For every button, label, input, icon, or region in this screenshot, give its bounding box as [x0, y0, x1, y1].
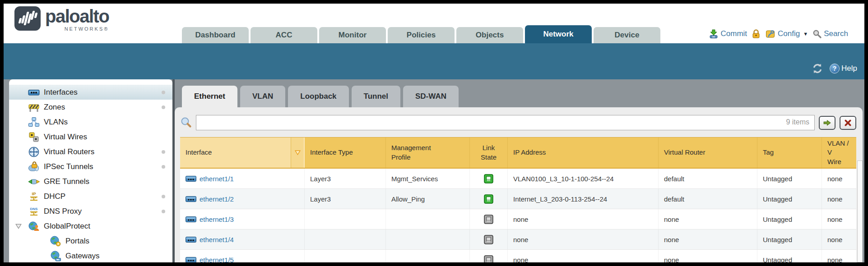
- cell-ip-address: VLAN0100_L3_10-1-100-254--24: [508, 169, 659, 188]
- interface-link[interactable]: ethernet1/4: [200, 236, 234, 243]
- search-button[interactable]: Search: [812, 29, 848, 38]
- link-state-down-icon: [484, 255, 493, 263]
- interface-subtabs: Ethernet VLAN Loopback Tunnel SD-WAN: [182, 86, 863, 107]
- sidebar-item-zones[interactable]: Zones: [9, 100, 172, 115]
- table-row: ethernet1/2 Layer3 Allow_Ping Internet_L…: [180, 189, 856, 209]
- cell-management-profile: [386, 229, 470, 249]
- column-header-interface[interactable]: Interface: [180, 138, 291, 168]
- config-dropdown-caret: ▼: [803, 31, 808, 37]
- sidebar-item-ipsec-tunnels[interactable]: IPSec Tunnels: [9, 159, 172, 174]
- cell-management-profile: [386, 250, 470, 262]
- dhcp-icon: IP: [28, 191, 40, 202]
- apply-filter-button[interactable]: [819, 116, 836, 130]
- filter-input[interactable]: [196, 115, 815, 130]
- screenshot-frame: paloalto NETWORKS® Dashboard ACC Monitor…: [0, 0, 868, 266]
- lock-icon[interactable]: [752, 29, 761, 39]
- vertical-scrollbar[interactable]: [857, 161, 863, 262]
- subtab-sdwan[interactable]: SD-WAN: [403, 86, 459, 107]
- workspace: Interfaces Zones VLANs: [4, 79, 864, 262]
- subtab-tunnel[interactable]: Tunnel: [352, 86, 400, 107]
- utility-links: Commit Config ▼: [709, 29, 848, 39]
- interface-link[interactable]: ethernet1/5: [200, 256, 234, 263]
- column-header-vlan-wire[interactable]: VLAN / V Wire: [822, 138, 856, 168]
- interface-link[interactable]: ethernet1/2: [200, 195, 234, 203]
- portals-icon: [50, 235, 61, 247]
- cell-interface-type: [305, 250, 386, 262]
- sidebar-dot: [162, 195, 165, 198]
- link-state-down-icon: [484, 215, 493, 224]
- gre-tunnels-icon: [28, 176, 40, 188]
- tab-dashboard[interactable]: Dashboard: [182, 27, 249, 43]
- logo-wordmark: paloalto: [45, 6, 109, 26]
- ethernet-port-icon: [186, 216, 196, 222]
- svg-text:IP: IP: [32, 191, 37, 196]
- cell-interface-type: Layer3: [305, 169, 386, 188]
- cell-management-profile: Allow_Ping: [386, 189, 470, 209]
- sidebar-item-portals[interactable]: Portals: [9, 234, 172, 248]
- interface-link[interactable]: ethernet1/1: [200, 175, 234, 183]
- sort-triangle-icon: [295, 150, 301, 155]
- commit-button[interactable]: Commit: [709, 29, 747, 39]
- sidebar-dot: [162, 210, 165, 213]
- secondary-bar: ? Help: [4, 43, 864, 79]
- cell-ip-address: none: [508, 209, 659, 229]
- tab-network[interactable]: Network: [525, 25, 592, 43]
- column-header-link-state[interactable]: Link State: [470, 138, 508, 168]
- column-header-ip-address[interactable]: IP Address: [508, 138, 659, 168]
- cell-management-profile: Mgmt_Services: [386, 169, 470, 188]
- column-header-tag[interactable]: Tag: [757, 138, 822, 168]
- main-content: Ethernet VLAN Loopback Tunnel SD-WAN 9 i…: [175, 79, 863, 262]
- subtab-vlan[interactable]: VLAN: [240, 86, 285, 107]
- cell-tag: Untagged: [757, 250, 822, 262]
- sidebar-item-gateways[interactable]: Gateways: [9, 248, 172, 262]
- sidebar-item-dns-proxy[interactable]: DNS DNS Proxy: [9, 204, 172, 219]
- collapse-triangle-icon[interactable]: [15, 224, 22, 229]
- interface-link[interactable]: ethernet1/3: [200, 216, 234, 223]
- help-button[interactable]: ? Help: [830, 64, 857, 73]
- cell-vlan-wire: none: [822, 209, 856, 229]
- sidebar-item-interfaces[interactable]: Interfaces: [9, 85, 172, 100]
- filter-magnifier-icon: [180, 117, 192, 128]
- table-header-row: Interface Interface Type Management Prof…: [180, 137, 856, 169]
- sidebar-dot: [162, 105, 165, 109]
- cell-tag: Untagged: [757, 169, 822, 188]
- sidebar-item-virtual-routers[interactable]: Virtual Routers: [9, 144, 172, 159]
- help-icon: ?: [830, 64, 840, 73]
- column-header-management-profile[interactable]: Management Profile: [386, 138, 470, 168]
- sidebar-item-vlans[interactable]: VLANs: [9, 115, 172, 129]
- cell-vlan-wire: none: [822, 169, 856, 188]
- subtab-loopback[interactable]: Loopback: [288, 86, 348, 107]
- sidebar-item-globalprotect[interactable]: GlobalProtect: [9, 219, 172, 234]
- link-state-up-icon: [484, 174, 493, 183]
- cell-virtual-router: none: [659, 229, 757, 249]
- cell-virtual-router: none: [659, 250, 757, 262]
- table-row: ethernet1/5 none none: [180, 250, 856, 262]
- tab-policies[interactable]: Policies: [388, 27, 455, 43]
- column-header-interface-type[interactable]: Interface Type: [305, 138, 386, 168]
- paloalto-logo-icon: [14, 6, 41, 31]
- tab-objects[interactable]: Objects: [456, 27, 523, 43]
- config-menu-button[interactable]: Config ▼: [765, 29, 808, 39]
- ethernet-port-icon: [186, 196, 196, 202]
- search-icon: [812, 29, 822, 38]
- cell-vlan-wire: none: [822, 189, 856, 209]
- refresh-icon[interactable]: [812, 63, 823, 74]
- tab-monitor[interactable]: Monitor: [319, 27, 386, 43]
- sidebar-dot: [162, 150, 165, 154]
- ipsec-tunnels-icon: [28, 161, 40, 173]
- ethernet-panel: 9 items Interface: [175, 107, 863, 262]
- tab-device[interactable]: Device: [594, 27, 660, 43]
- app-window: paloalto NETWORKS® Dashboard ACC Monitor…: [4, 4, 864, 262]
- commit-icon: [709, 29, 719, 39]
- sidebar-item-virtual-wires[interactable]: Virtual Wires: [9, 129, 172, 144]
- sidebar-item-gre-tunnels[interactable]: GRE Tunnels: [9, 174, 172, 189]
- cell-ip-address: none: [508, 250, 659, 262]
- column-sort-button[interactable]: [291, 138, 305, 168]
- sidebar-item-dhcp[interactable]: IP DHCP: [9, 189, 172, 204]
- subtab-ethernet[interactable]: Ethernet: [182, 86, 237, 107]
- cell-virtual-router: none: [659, 209, 757, 229]
- clear-filter-button[interactable]: [840, 116, 856, 130]
- column-header-virtual-router[interactable]: Virtual Router: [659, 138, 757, 168]
- dns-proxy-icon: DNS: [28, 206, 40, 217]
- tab-acc[interactable]: ACC: [251, 27, 317, 43]
